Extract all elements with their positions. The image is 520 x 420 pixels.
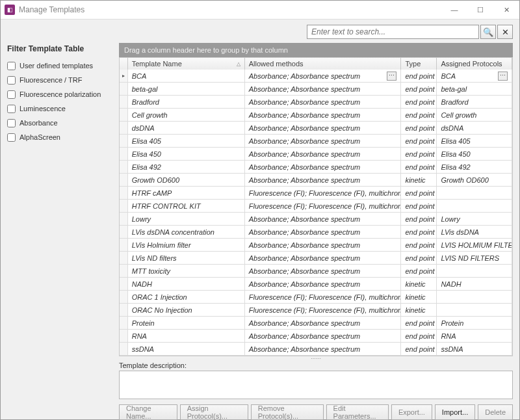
cell-type[interactable]: end point	[401, 161, 437, 173]
table-row[interactable]: ORAC No InjectionFluorescence (FI); Fluo…	[120, 304, 512, 317]
cell-allowed-methods[interactable]: Absorbance; Absorbance spectrum	[245, 265, 402, 277]
filter-checkbox[interactable]	[7, 105, 16, 113]
cell-allowed-methods[interactable]: Absorbance; Absorbance spectrum⋯	[245, 70, 402, 82]
table-row[interactable]: HTRF CONTROL KITFluorescence (FI); Fluor…	[120, 200, 512, 213]
cell-type[interactable]: end point	[401, 252, 437, 264]
cell-template-name[interactable]: LVis ND filters	[128, 252, 245, 264]
cell-allowed-methods[interactable]: Absorbance; Absorbance spectrum	[245, 343, 402, 355]
cell-type[interactable]: kinetic	[401, 304, 437, 316]
assign-protocols-button[interactable]: Assign Protocol(s)...	[180, 404, 248, 420]
filter-5[interactable]: AlphaScreen	[7, 130, 119, 144]
col-allowed-methods[interactable]: Allowed methods	[245, 58, 402, 70]
cell-type[interactable]: kinetic	[401, 291, 437, 303]
table-row[interactable]: NADHAbsorbance; Absorbance spectrumkinet…	[120, 278, 512, 291]
cell-assigned-protocols[interactable]: NADH	[437, 278, 512, 290]
table-row[interactable]: MTT toxicityAbsorbance; Absorbance spect…	[120, 265, 512, 278]
filter-checkbox[interactable]	[7, 76, 16, 85]
cell-allowed-methods[interactable]: Absorbance; Absorbance spectrum	[245, 278, 402, 290]
cell-assigned-protocols[interactable]	[437, 291, 512, 303]
cell-template-name[interactable]: BCA	[128, 70, 245, 82]
cell-template-name[interactable]: Cell growth	[128, 109, 245, 121]
cell-template-name[interactable]: ORAC 1 Injection	[128, 291, 245, 303]
cell-template-name[interactable]: Elisa 450	[128, 148, 245, 160]
cell-template-name[interactable]: beta-gal	[128, 83, 245, 95]
export-button[interactable]: Export...	[391, 404, 432, 420]
search-input[interactable]	[307, 25, 479, 39]
table-row[interactable]: LVis Holmium filterAbsorbance; Absorbanc…	[120, 239, 512, 252]
cell-allowed-methods[interactable]: Fluorescence (FI); Fluorescence (FI), mu…	[245, 291, 402, 303]
cell-template-name[interactable]: RNA	[128, 330, 245, 342]
filter-3[interactable]: Luminescence	[7, 101, 119, 116]
cell-type[interactable]: end point	[401, 343, 437, 355]
cell-template-name[interactable]: Growth OD600	[128, 174, 245, 186]
cell-assigned-protocols[interactable]: Growth OD600	[437, 174, 512, 186]
cell-type[interactable]: end point	[401, 135, 437, 147]
table-row[interactable]: LVis dsDNA concentrationAbsorbance; Abso…	[120, 226, 512, 239]
filter-2[interactable]: Fluorescence polarization	[7, 87, 119, 101]
cell-template-name[interactable]: Protein	[128, 317, 245, 329]
minimize-button[interactable]: —	[441, 1, 467, 19]
cell-type[interactable]: end point	[401, 200, 437, 212]
cell-allowed-methods[interactable]: Absorbance; Absorbance spectrum	[245, 109, 402, 121]
cell-type[interactable]: kinetic	[401, 278, 437, 290]
cell-assigned-protocols[interactable]: dsDNA	[437, 122, 512, 134]
maximize-button[interactable]: ☐	[467, 1, 493, 19]
cell-type[interactable]: end point	[401, 187, 437, 199]
table-row[interactable]: beta-galAbsorbance; Absorbance spectrume…	[120, 83, 512, 96]
cell-template-name[interactable]: ssDNA	[128, 343, 245, 355]
cell-template-name[interactable]: ORAC No Injection	[128, 304, 245, 316]
table-row[interactable]: dsDNAAbsorbance; Absorbance spectrumend …	[120, 122, 512, 135]
table-row[interactable]: Elisa 492Absorbance; Absorbance spectrum…	[120, 161, 512, 174]
table-row[interactable]: HTRF cAMPFluorescence (FI); Fluorescence…	[120, 187, 512, 200]
description-box[interactable]	[119, 371, 513, 399]
filter-4[interactable]: Absorbance	[7, 116, 119, 130]
cell-assigned-protocols[interactable]	[437, 304, 512, 316]
remove-protocols-button[interactable]: Remove Protocol(s)...	[251, 404, 324, 420]
filter-checkbox[interactable]	[7, 119, 16, 127]
cell-type[interactable]: end point	[401, 122, 437, 134]
cell-assigned-protocols[interactable]: Elisa 450	[437, 148, 512, 160]
delete-button[interactable]: Delete	[478, 404, 513, 420]
splitter[interactable]: ⋯⋯	[119, 356, 513, 360]
table-row[interactable]: ▸BCAAbsorbance; Absorbance spectrum⋯end …	[120, 70, 512, 83]
table-row[interactable]: ssDNAAbsorbance; Absorbance spectrumend …	[120, 343, 512, 356]
table-row[interactable]: Elisa 450Absorbance; Absorbance spectrum…	[120, 148, 512, 161]
cell-assigned-protocols[interactable]: LVIS ND FILTERS	[437, 252, 512, 264]
cell-assigned-protocols[interactable]	[437, 200, 512, 212]
cell-assigned-protocols[interactable]: ssDNA	[437, 343, 512, 355]
cell-template-name[interactable]: dsDNA	[128, 122, 245, 134]
group-by-bar[interactable]: Drag a column header here to group by th…	[119, 43, 513, 57]
change-name-button[interactable]: Change Name...	[119, 404, 177, 420]
cell-type[interactable]: end point	[401, 239, 437, 251]
cell-allowed-methods[interactable]: Absorbance; Absorbance spectrum	[245, 135, 402, 147]
table-row[interactable]: BradfordAbsorbance; Absorbance spectrume…	[120, 96, 512, 109]
cell-assigned-protocols[interactable]: beta-gal	[437, 83, 512, 95]
edit-parameters-button[interactable]: Edit Parameters...	[326, 404, 389, 420]
clear-search-button[interactable]: ✕	[497, 25, 513, 39]
cell-template-name[interactable]: LVis dsDNA concentration	[128, 226, 245, 238]
filter-checkbox[interactable]	[7, 62, 16, 70]
table-row[interactable]: LowryAbsorbance; Absorbance spectrumend …	[120, 213, 512, 226]
filter-0[interactable]: User defined templates	[7, 59, 119, 73]
cell-allowed-methods[interactable]: Absorbance; Absorbance spectrum	[245, 330, 402, 342]
cell-allowed-methods[interactable]: Fluorescence (FI); Fluorescence (FI), mu…	[245, 187, 402, 199]
search-button[interactable]: 🔍	[480, 25, 496, 39]
cell-allowed-methods[interactable]: Absorbance; Absorbance spectrum	[245, 83, 402, 95]
cell-assigned-protocols[interactable]: Lowry	[437, 213, 512, 225]
cell-template-name[interactable]: Elisa 405	[128, 135, 245, 147]
col-assigned-protocols[interactable]: Assigned Protocols	[437, 58, 512, 70]
filter-checkbox[interactable]	[7, 90, 16, 99]
cell-template-name[interactable]: MTT toxicity	[128, 265, 245, 277]
filter-1[interactable]: Fluorescence / TRF	[7, 73, 119, 87]
table-row[interactable]: Elisa 405Absorbance; Absorbance spectrum…	[120, 135, 512, 148]
table-row[interactable]: LVis ND filtersAbsorbance; Absorbance sp…	[120, 252, 512, 265]
col-template-name[interactable]: Template Name△	[128, 58, 245, 70]
cell-assigned-protocols[interactable]: BCA⋯	[437, 70, 512, 82]
cell-type[interactable]: end point	[401, 148, 437, 160]
cell-allowed-methods[interactable]: Fluorescence (FI); Fluorescence (FI), mu…	[245, 304, 402, 316]
cell-type[interactable]: end point	[401, 109, 437, 121]
cell-allowed-methods[interactable]: Absorbance; Absorbance spectrum	[245, 239, 402, 251]
cell-allowed-methods[interactable]: Absorbance; Absorbance spectrum	[245, 174, 402, 186]
cell-allowed-methods[interactable]: Absorbance; Absorbance spectrum	[245, 122, 402, 134]
cell-allowed-methods[interactable]: Absorbance; Absorbance spectrum	[245, 148, 402, 160]
